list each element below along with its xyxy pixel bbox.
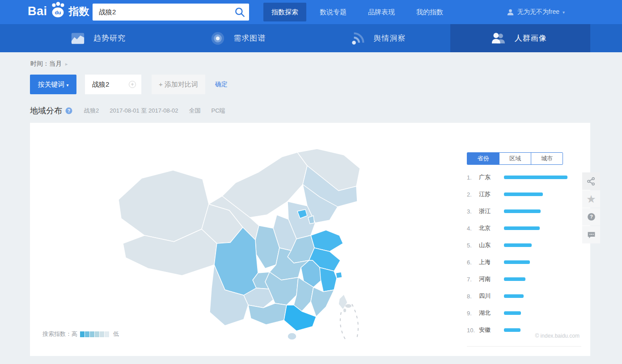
share-icon [586, 176, 596, 186]
module-audience-profile[interactable]: 人群画像 [450, 24, 590, 52]
china-map [115, 147, 383, 343]
province-hainan[interactable] [288, 333, 296, 340]
keyword-mode-label: 按关键词 [38, 80, 64, 88]
rank-row: 4.北京 [467, 220, 581, 237]
keyword-chip[interactable]: 战狼2 + [85, 75, 141, 94]
time-value: 当月 [49, 60, 62, 68]
keyword-filter-row: 按关键词▾ 战狼2 + + 添加对比词 确定 [30, 75, 228, 94]
rank-bar [504, 311, 521, 315]
module-trend-research[interactable]: 趋势研究 [30, 24, 170, 52]
province-zhejiang[interactable] [320, 268, 337, 292]
favorite-button[interactable]: ★ [582, 190, 600, 208]
tab-province[interactable]: 省份 [467, 153, 499, 164]
province-name: 江苏 [479, 190, 504, 198]
confirm-link[interactable]: 确定 [215, 80, 228, 88]
help-circle-icon: ? [587, 212, 596, 222]
module-label: 趋势研究 [93, 33, 126, 43]
map-legend: 搜索指数：高 低 [42, 330, 119, 338]
rank-bar [504, 328, 520, 332]
province-fujian[interactable] [311, 287, 334, 317]
nav-item-data-topics[interactable]: 数说专题 [312, 3, 355, 21]
province-name: 湖北 [479, 309, 504, 317]
rank-row: 5.山东 [467, 237, 581, 254]
province-rank-list: 1.广东 2.江苏 3.浙江 4.北京 5.山东 6.上海 7.河南 8.四川 … [467, 169, 581, 339]
rank-number: 9. [467, 310, 479, 317]
user-name: 无为无不为free [517, 8, 559, 16]
legend-swatches [80, 331, 110, 337]
module-demand-graph[interactable]: 需求图谱 [170, 24, 310, 52]
legend-label-low: 低 [113, 330, 119, 338]
module-label: 舆情洞察 [374, 33, 406, 43]
rank-row: 9.湖北 [467, 305, 581, 322]
feedback-button[interactable] [582, 226, 600, 243]
rank-bar [504, 192, 543, 196]
rank-number: 10. [467, 327, 479, 334]
province-shanghai[interactable] [336, 272, 342, 278]
module-sentiment-insight[interactable]: 舆情洞察 [310, 24, 450, 52]
rank-row: 1.广东 [467, 169, 581, 186]
rank-number: 6. [467, 259, 479, 266]
nav-item-brand-performance[interactable]: 品牌表现 [360, 3, 403, 21]
side-toolbar: ★ ? [582, 172, 600, 244]
rank-bar [504, 209, 541, 213]
time-selector[interactable]: 时间： 当月 ▸ [30, 60, 68, 68]
share-button[interactable] [582, 172, 600, 190]
rank-number: 5. [467, 242, 479, 249]
nav-item-my-index[interactable]: 我的指数 [408, 3, 451, 21]
rank-bar [504, 277, 525, 281]
add-icon[interactable]: + [129, 81, 136, 88]
top-nav: 指数探索 数说专题 品牌表现 我的指数 [261, 0, 454, 24]
add-compare-button[interactable]: + 添加对比词 [152, 75, 205, 94]
baidu-index-logo[interactable]: Bai du 指数 [28, 3, 89, 19]
province-xinjiang[interactable] [118, 170, 209, 242]
rank-number: 2. [467, 191, 479, 198]
province-taiwan[interactable] [339, 294, 347, 310]
nav-item-index-explore[interactable]: 指数探索 [263, 3, 306, 21]
help-button[interactable]: ? [582, 208, 600, 226]
trend-chart-icon [70, 31, 85, 46]
region-tabs: 省份 区域 城市 [467, 152, 563, 165]
page-content: 时间： 当月 ▸ 按关键词▾ 战狼2 + + 添加对比词 确定 地域分布 ? 战… [0, 52, 622, 364]
topbar: Bai du 指数 指数探索 数说专题 品牌表现 我的指数 无为无不为free … [0, 0, 622, 24]
rank-row: 6.上海 [467, 254, 581, 271]
baidu-paw-icon: du [48, 1, 67, 19]
rank-bar [504, 243, 532, 247]
module-navbar: 趋势研究 需求图谱 舆情洞察 [0, 24, 622, 52]
list-divider [467, 346, 581, 347]
tab-city[interactable]: 城市 [531, 153, 563, 164]
rank-bar [504, 176, 567, 179]
rank-number: 1. [467, 174, 479, 181]
module-label: 需求图谱 [233, 33, 266, 43]
province-name: 山东 [479, 241, 504, 249]
rank-number: 4. [467, 225, 479, 232]
sentiment-icon [351, 31, 366, 46]
region-distribution-card: 省份 区域 城市 1.广东 2.江苏 3.浙江 4.北京 5.山东 6.上海 7… [30, 123, 590, 356]
tab-region[interactable]: 区域 [499, 153, 531, 164]
chevron-down-icon: ▾ [563, 10, 565, 15]
watermark: © index.baidu.com [535, 333, 580, 339]
audience-icon [491, 31, 507, 46]
search-icon[interactable] [234, 6, 245, 18]
keyword-mode-button[interactable]: 按关键词▾ [30, 75, 76, 94]
rank-bar [504, 226, 540, 230]
demand-graph-icon [210, 31, 225, 46]
svg-text:?: ? [68, 109, 70, 113]
help-icon[interactable]: ? [65, 107, 72, 114]
time-label: 时间： [30, 60, 49, 68]
chevron-down-icon: ▾ [66, 83, 68, 88]
star-icon: ★ [586, 194, 596, 205]
keyword-chip-text: 战狼2 [92, 80, 109, 89]
section-title: 地域分布 [30, 105, 62, 116]
user-menu[interactable]: 无为无不为free ▾ [507, 0, 565, 24]
chevron-right-icon: ▸ [65, 61, 68, 67]
rank-row: 8.四川 [467, 288, 581, 305]
province-name: 浙江 [479, 207, 504, 215]
logo-text-bai: Bai [28, 4, 47, 18]
province-guangxi[interactable] [248, 303, 287, 325]
rank-number: 3. [467, 208, 479, 215]
logo-text-suffix: 指数 [69, 4, 89, 18]
rank-bar [504, 260, 530, 264]
search-input[interactable] [93, 8, 234, 16]
meta-keyword: 战狼2 [84, 107, 99, 115]
province-name: 四川 [479, 292, 504, 300]
